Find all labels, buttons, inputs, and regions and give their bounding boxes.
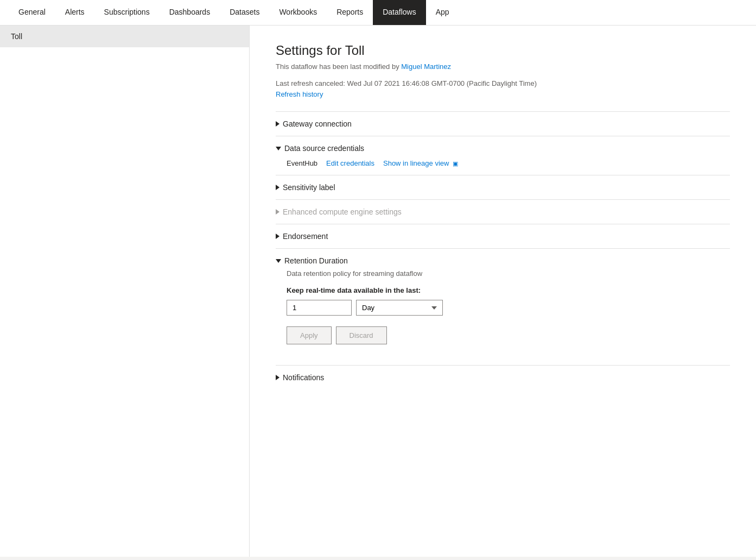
- chevron-down-icon-retention: [276, 259, 281, 263]
- chevron-right-icon: [276, 121, 279, 127]
- show-lineage-label: Show in lineage view: [383, 159, 449, 167]
- modified-prefix: This dataflow has been last modified by: [276, 62, 401, 71]
- section-sensitivity: Sensitivity label: [276, 175, 730, 199]
- section-notifications-label: Notifications: [283, 373, 324, 382]
- main-content: Settings for Toll This dataflow has been…: [250, 26, 756, 557]
- section-gateway: Gateway connection: [276, 111, 730, 136]
- page-title: Settings for Toll: [276, 43, 730, 58]
- external-link-icon: ▣: [453, 160, 458, 167]
- source-name: EventHub: [287, 159, 317, 167]
- section-enhanced-label: Enhanced compute engine settings: [283, 207, 402, 216]
- tab-workbooks[interactable]: Workbooks: [269, 0, 327, 25]
- section-endorsement-label: Endorsement: [283, 232, 328, 241]
- retention-inputs: Day Hour Week: [287, 300, 730, 316]
- refresh-history-link[interactable]: Refresh history: [276, 90, 323, 98]
- section-endorsement-header[interactable]: Endorsement: [276, 232, 730, 241]
- sidebar-item-toll[interactable]: Toll: [0, 26, 249, 47]
- sidebar: Toll: [0, 26, 250, 557]
- modified-by-text: This dataflow has been last modified by …: [276, 62, 730, 71]
- chevron-right-icon-enhanced: [276, 209, 279, 215]
- tab-dataflows[interactable]: Dataflows: [373, 0, 425, 25]
- retention-unit-select[interactable]: Day Hour Week: [356, 300, 443, 316]
- main-layout: Toll Settings for Toll This dataflow has…: [0, 26, 756, 557]
- section-gateway-label: Gateway connection: [283, 119, 352, 128]
- chevron-down-icon: [276, 147, 281, 150]
- tab-reports[interactable]: Reports: [327, 0, 373, 25]
- section-retention-label: Retention Duration: [284, 256, 348, 265]
- section-data-source: Data source credentials EventHub Edit cr…: [276, 136, 730, 175]
- credentials-row: EventHub Edit credentials Show in lineag…: [287, 159, 730, 167]
- section-notifications: Notifications: [276, 365, 730, 389]
- retention-keep-label: Keep real-time data available in the las…: [287, 286, 730, 294]
- section-data-source-header[interactable]: Data source credentials: [276, 144, 730, 153]
- modified-by-link[interactable]: Miguel Martinez: [401, 62, 451, 71]
- section-data-source-label: Data source credentials: [284, 144, 364, 153]
- section-enhanced-header: Enhanced compute engine settings: [276, 207, 730, 216]
- show-lineage-link[interactable]: Show in lineage view ▣: [383, 159, 458, 167]
- tab-app[interactable]: App: [426, 0, 459, 25]
- retention-description: Data retention policy for streaming data…: [287, 269, 730, 278]
- tab-general[interactable]: General: [9, 0, 55, 25]
- discard-button[interactable]: Discard: [336, 326, 387, 344]
- section-sensitivity-label: Sensitivity label: [283, 183, 335, 192]
- retention-value-input[interactable]: [287, 300, 352, 316]
- section-retention-header[interactable]: Retention Duration: [276, 256, 730, 265]
- section-sensitivity-header[interactable]: Sensitivity label: [276, 183, 730, 192]
- section-gateway-header[interactable]: Gateway connection: [276, 119, 730, 128]
- action-buttons: Apply Discard: [287, 326, 730, 344]
- retention-content: Data retention policy for streaming data…: [276, 265, 730, 344]
- section-retention: Retention Duration Data retention policy…: [276, 248, 730, 365]
- section-notifications-header[interactable]: Notifications: [276, 373, 730, 382]
- data-source-content: EventHub Edit credentials Show in lineag…: [276, 153, 730, 167]
- tab-datasets[interactable]: Datasets: [220, 0, 269, 25]
- chevron-right-icon-endorsement: [276, 234, 279, 239]
- chevron-right-icon-notifications: [276, 375, 279, 380]
- last-refresh-text: Last refresh canceled: Wed Jul 07 2021 1…: [276, 79, 730, 87]
- edit-credentials-link[interactable]: Edit credentials: [326, 159, 374, 167]
- tab-alerts[interactable]: Alerts: [55, 0, 94, 25]
- apply-button[interactable]: Apply: [287, 326, 332, 344]
- chevron-right-icon-sensitivity: [276, 185, 279, 190]
- section-enhanced: Enhanced compute engine settings: [276, 199, 730, 224]
- tab-subscriptions[interactable]: Subscriptions: [94, 0, 160, 25]
- top-nav: General Alerts Subscriptions Dashboards …: [0, 0, 756, 26]
- section-endorsement: Endorsement: [276, 224, 730, 248]
- tab-dashboards[interactable]: Dashboards: [160, 0, 220, 25]
